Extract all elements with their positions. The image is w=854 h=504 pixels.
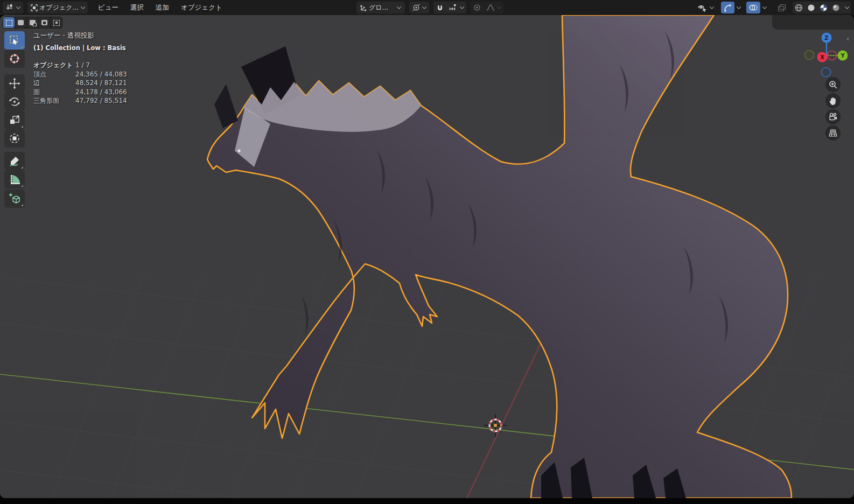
tool-rotate[interactable] [4,93,25,111]
wireframe-sphere-icon [795,4,803,12]
scale-icon [9,114,20,126]
stats-row-vertices: 頂点 24,365 / 44,083 [33,70,127,79]
3d-cursor [484,414,507,437]
stats-row-edges: 辺 48,524 / 87,121 [33,79,127,88]
orientation-axes-icon [360,4,367,11]
tool-select-box[interactable] [4,31,25,50]
shading-rendered-button[interactable] [830,2,842,13]
menu-add[interactable]: 追加 [150,2,175,13]
overlays-icon [749,4,758,11]
annotate-pencil-icon [9,155,20,167]
tool-measure[interactable] [4,170,25,188]
shading-solid-button[interactable] [805,2,817,13]
model-horn [214,84,238,128]
select-mode-group [3,17,62,29]
proportional-editing-icon [473,4,481,11]
perspective-toggle-button[interactable] [825,125,841,141]
mode-selector[interactable]: オブジェク... [27,2,88,13]
solid-sphere-icon [807,4,815,12]
select-box-icon [9,34,20,46]
snap-toggle-button[interactable] [433,2,446,13]
hand-icon [829,96,837,106]
camera-view-button[interactable] [825,109,841,124]
gizmo-icon [724,4,732,12]
select-mode-intersect-button[interactable] [51,17,62,28]
stats-row-objects: オブジェクト 1 / 7 [33,61,127,70]
tool-add-cube[interactable] [4,190,25,208]
active-collection-label: (1) Collection | Low : Basis [33,44,127,52]
shading-wireframe-button[interactable] [793,2,805,13]
3d-cursor-tool-icon [9,53,20,65]
navigation-gizmo[interactable]: Z Y X [801,30,853,81]
pivot-point-icon [412,4,420,11]
gizmo-z-label: Z [824,35,828,41]
object-mode-icon [31,4,38,11]
measure-icon [9,173,20,185]
orientation-label: グロ... [369,3,388,12]
material-preview-sphere-icon [820,4,828,12]
3d-viewport-editor-icon [6,4,14,11]
transform-icon [9,132,20,144]
tool-annotate[interactable] [4,152,25,170]
model-eye [237,149,240,152]
snap-target-dropdown[interactable] [446,2,466,13]
rendered-sphere-icon [832,4,840,12]
xray-toggle[interactable] [775,2,788,13]
show-overlays-toggle[interactable] [746,2,760,13]
view-perspective-label: ユーザー・透視投影 [33,31,127,40]
viewport-canvas[interactable]: オプション [0,15,854,498]
select-mode-extend-button[interactable] [15,17,26,28]
gizmo-neg-y-ball[interactable] [805,51,814,60]
shading-material-button[interactable] [817,2,830,13]
gizmo-y-label: Y [840,53,845,59]
menu-select[interactable]: 選択 [124,2,150,13]
move-icon [9,78,20,89]
select-mode-subtract-button[interactable] [27,17,38,28]
gizmo-dropdown[interactable] [734,2,742,13]
stats-row-triangles: 三角形面 47,792 / 85,514 [33,96,127,106]
object-visibility-dropdown[interactable] [695,2,717,13]
tool-scale[interactable] [4,111,25,129]
snap-magnet-icon [436,4,444,11]
viewport-overlay-text: ユーザー・透視投影 (1) Collection | Low : Basis オ… [33,31,127,106]
pan-view-button[interactable] [825,93,841,108]
sidebar-collapse-arrow[interactable]: ‹ [846,34,849,43]
tool-cursor[interactable] [4,50,25,68]
select-set-icon [6,20,12,26]
select-subtract-icon [30,20,36,25]
tool-move[interactable] [4,74,25,93]
viewport-scene [0,15,854,498]
xray-icon [778,4,786,12]
proportional-falloff-dropdown[interactable] [484,2,503,13]
editor-type-button[interactable] [3,2,23,13]
overlays-dropdown[interactable] [760,2,768,13]
select-intersect-icon [53,20,60,26]
perspective-grid-icon [828,129,838,137]
options-tab [772,15,854,30]
zoom-view-button[interactable] [825,77,841,92]
falloff-curve-icon [486,4,495,11]
tool-transform[interactable] [4,129,25,148]
top-header-bar: オブジェク... ビュー 選択 追加 オブジェクト グロ... [0,0,854,15]
transform-orientation-dropdown[interactable]: グロ... [356,2,405,13]
pivot-point-dropdown[interactable] [409,2,429,13]
proportional-editing-toggle[interactable] [471,2,484,13]
mode-selector-label: オブジェク... [39,3,79,12]
rotate-icon [9,96,20,108]
visibility-eye-icon [698,4,708,12]
scene-statistics: オブジェクト 1 / 7 頂点 24,365 / 44,083 辺 48,524… [33,61,127,106]
select-mode-invert-button[interactable] [39,17,50,28]
gizmo-neg-z-ball[interactable] [822,68,831,77]
stats-row-faces: 面 24,178 / 43,066 [33,88,127,97]
shading-dropdown[interactable] [842,2,851,13]
zoom-icon [829,80,838,89]
camera-icon [828,113,838,121]
select-invert-icon [41,20,47,25]
gizmo-neg-x-ball[interactable] [828,51,837,60]
gizmo-x-label: X [820,54,824,60]
show-gizmo-toggle[interactable] [721,2,734,13]
select-extend-icon [18,20,24,25]
select-mode-set-button[interactable] [3,17,15,28]
menu-object[interactable]: オブジェクト [175,2,228,13]
menu-view[interactable]: ビュー [92,2,124,13]
